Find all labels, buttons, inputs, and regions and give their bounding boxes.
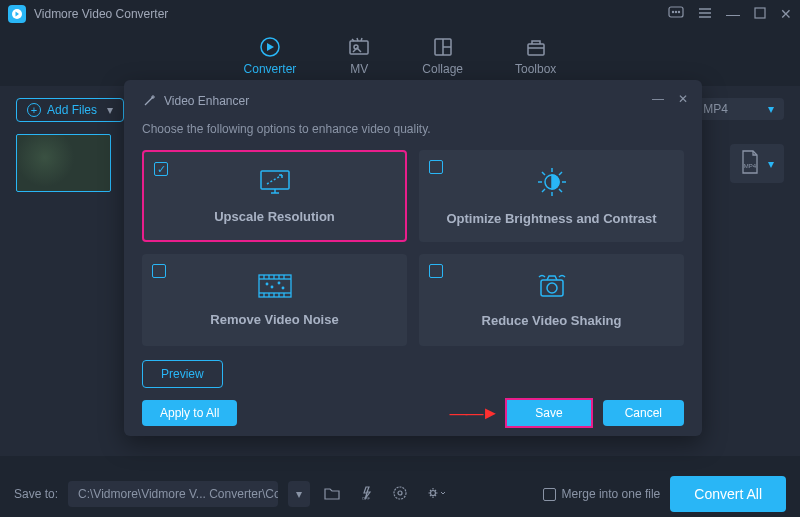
saveto-dropdown[interactable]: ▾	[288, 481, 310, 507]
card-optimize-brightness[interactable]: Optimize Brightness and Contrast	[419, 150, 684, 242]
svg-line-32	[559, 172, 562, 175]
card-title: Optimize Brightness and Contrast	[446, 211, 656, 226]
modal-subtitle: Choose the following options to enhance …	[142, 122, 684, 136]
card-reduce-shaking[interactable]: Reduce Video Shaking	[419, 254, 684, 346]
camera-shake-icon	[535, 272, 569, 303]
svg-text:MP4: MP4	[744, 163, 757, 169]
video-thumbnail[interactable]	[16, 134, 111, 192]
card-title: Reduce Video Shaking	[482, 313, 622, 328]
chevron-down-icon: ▾	[768, 157, 774, 171]
merge-label: Merge into one file	[562, 487, 661, 501]
saveto-label: Save to:	[14, 487, 58, 501]
card-remove-noise[interactable]: Remove Video Noise	[142, 254, 407, 346]
card-upscale-resolution[interactable]: Upscale Resolution	[142, 150, 407, 242]
nav-toolbox[interactable]: Toolbox	[515, 36, 556, 76]
svg-point-51	[547, 283, 557, 293]
nav-label: Collage	[422, 62, 463, 76]
preview-button[interactable]: Preview	[142, 360, 223, 388]
monitor-icon	[258, 168, 292, 199]
app-title: Vidmore Video Converter	[34, 7, 668, 21]
maximize-icon[interactable]	[754, 6, 766, 22]
convert-all-button[interactable]: Convert All	[670, 476, 786, 512]
nav-mv[interactable]: MV	[348, 36, 370, 76]
video-enhancer-modal: Video Enhancer — ✕ Choose the following …	[124, 80, 702, 436]
menu-icon[interactable]	[698, 6, 712, 22]
svg-line-29	[542, 172, 545, 175]
open-folder-icon[interactable]	[320, 482, 344, 507]
app-logo	[8, 5, 26, 23]
window-controls: — ✕	[668, 6, 792, 23]
annotation-arrow: ——►	[237, 403, 505, 424]
card-title: Upscale Resolution	[214, 209, 335, 224]
svg-line-13	[357, 38, 358, 41]
svg-rect-10	[350, 41, 368, 54]
chevron-down-icon: ▾	[768, 102, 774, 116]
minimize-icon[interactable]: —	[652, 92, 664, 106]
svg-point-48	[278, 282, 280, 284]
modal-footer-row2: Apply to All ——► Save Cancel	[142, 398, 684, 428]
brightness-icon	[536, 166, 568, 201]
hardware-accel-icon[interactable]: OFF	[354, 481, 378, 508]
settings-dropdown-icon[interactable]	[422, 481, 450, 508]
feedback-icon[interactable]	[668, 6, 684, 23]
add-files-button[interactable]: + Add Files ▾	[16, 98, 124, 122]
checkbox-icon[interactable]	[154, 162, 168, 176]
task-schedule-icon[interactable]	[388, 481, 412, 508]
svg-text:OFF: OFF	[362, 496, 371, 501]
mv-icon	[348, 36, 370, 58]
minimize-icon[interactable]: —	[726, 6, 740, 22]
nav-label: Toolbox	[515, 62, 556, 76]
checkbox-icon[interactable]	[429, 160, 443, 174]
svg-point-4	[678, 11, 679, 12]
svg-point-2	[672, 11, 673, 12]
modal-title: Video Enhancer	[164, 94, 249, 108]
save-highlight: Save	[505, 398, 592, 428]
svg-point-54	[398, 491, 402, 495]
plus-icon: +	[27, 103, 41, 117]
wand-icon	[142, 94, 156, 108]
bottom-bar: Save to: C:\Vidmore\Vidmore V... Convert…	[0, 471, 800, 517]
modal-window-controls: — ✕	[652, 92, 688, 106]
collage-icon	[432, 36, 454, 58]
svg-rect-8	[755, 8, 765, 18]
toolbox-icon	[525, 36, 547, 58]
saveto-path-field[interactable]: C:\Vidmore\Vidmore V... Converter\Conver…	[68, 481, 278, 507]
add-files-label: Add Files	[47, 103, 97, 117]
nav-label: Converter	[244, 62, 297, 76]
nav-collage[interactable]: Collage	[422, 36, 463, 76]
file-type-icon: MP4	[740, 150, 760, 177]
svg-rect-18	[528, 44, 544, 55]
svg-line-30	[559, 189, 562, 192]
nav-label: MV	[350, 62, 368, 76]
merge-checkbox[interactable]: Merge into one file	[543, 487, 661, 501]
nav-converter[interactable]: Converter	[244, 36, 297, 76]
svg-point-55	[431, 490, 436, 495]
checkbox-icon[interactable]	[152, 264, 166, 278]
format-label: MP4	[703, 102, 728, 116]
title-bar: Vidmore Video Converter — ✕	[0, 0, 800, 28]
top-nav: Converter MV Collage Toolbox	[0, 28, 800, 86]
modal-header: Video Enhancer	[142, 94, 684, 108]
svg-point-3	[675, 11, 676, 12]
svg-point-49	[282, 287, 284, 289]
close-icon[interactable]: ✕	[780, 6, 792, 22]
converter-icon	[259, 36, 281, 58]
enhance-options-grid: Upscale Resolution Optimize Brightness a…	[142, 150, 684, 346]
output-format-selector[interactable]: MP4 ▾	[693, 98, 784, 120]
cancel-button[interactable]: Cancel	[603, 400, 684, 426]
svg-point-53	[394, 487, 406, 499]
card-title: Remove Video Noise	[210, 312, 338, 327]
svg-point-47	[271, 286, 273, 288]
svg-line-14	[361, 38, 362, 41]
modal-footer-row1: Preview	[142, 360, 684, 388]
checkbox-icon[interactable]	[429, 264, 443, 278]
save-button[interactable]: Save	[507, 400, 590, 426]
svg-point-46	[266, 283, 268, 285]
close-icon[interactable]: ✕	[678, 92, 688, 106]
apply-all-button[interactable]: Apply to All	[142, 400, 237, 426]
filmstrip-icon	[257, 273, 293, 302]
output-format-box[interactable]: MP4 ▾	[730, 144, 784, 183]
chevron-down-icon: ▾	[107, 103, 113, 117]
checkbox-icon	[543, 488, 556, 501]
svg-line-31	[542, 189, 545, 192]
